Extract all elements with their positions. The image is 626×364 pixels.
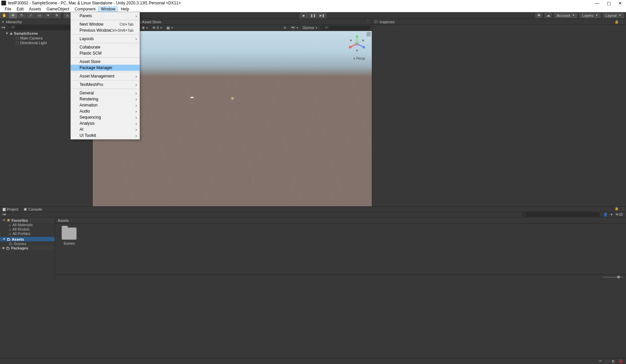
move-tool-icon[interactable]: ✥: [9, 12, 18, 19]
folder-item[interactable]: Scenes: [59, 228, 79, 245]
fx-dropdown-icon[interactable]: ❋: [140, 25, 150, 30]
menu-item-asset-store[interactable]: Asset Store: [71, 59, 140, 65]
menu-item-sequencing[interactable]: Sequencing: [71, 114, 140, 120]
menu-item-previous-window[interactable]: Previous WindowCtrl+Shift+Tab: [71, 27, 140, 33]
progress-icon[interactable]: ◐: [612, 359, 615, 363]
menu-window[interactable]: Window: [98, 6, 118, 12]
custom-tool-icon[interactable]: ✲: [53, 12, 61, 19]
svg-point-6: [349, 46, 352, 49]
debug-mode-icon[interactable]: 🐞: [619, 359, 623, 363]
close-icon[interactable]: ✕: [618, 1, 622, 6]
rect-tool-icon[interactable]: ▭: [35, 12, 44, 19]
orientation-gizmo[interactable]: [348, 34, 366, 53]
menu-item-collaborate[interactable]: Collaborate: [71, 44, 140, 50]
tools-icon[interactable]: ✕: [281, 25, 288, 30]
cloud-icon[interactable]: ☁: [544, 13, 552, 18]
favorites-item[interactable]: ⌕ All Prefabs: [0, 231, 55, 236]
menu-gameobject[interactable]: GameObject: [44, 6, 72, 12]
light-gizmo-icon[interactable]: ☀: [230, 96, 235, 101]
rotate-tool-icon[interactable]: ↻: [18, 12, 26, 19]
assets-header[interactable]: ▼ 🗀 Assets: [0, 237, 55, 241]
tab-project[interactable]: ▆Project: [0, 207, 21, 212]
play-button[interactable]: ▶: [300, 12, 308, 19]
panel-menu-icon[interactable]: ⋮: [364, 19, 372, 25]
filter-icon[interactable]: 👤: [602, 213, 609, 216]
tab-console[interactable]: ▣Console: [21, 207, 44, 212]
menu-item-ai[interactable]: AI: [71, 126, 140, 132]
menu-item-ui-toolkit[interactable]: UI Toolkit: [71, 132, 140, 139]
menu-item-package-manager[interactable]: Package Manager: [71, 65, 140, 71]
maximize-icon[interactable]: ▢: [607, 1, 611, 6]
favorites-item[interactable]: ⌕ All Materials: [0, 222, 55, 227]
folder-icon: ▆: [3, 207, 5, 211]
hand-tool-icon[interactable]: ✋: [0, 12, 9, 19]
menu-item-panels[interactable]: Panels: [71, 13, 140, 19]
unity-scene-icon: ◈: [10, 31, 12, 36]
create-dropdown[interactable]: +▾: [2, 212, 6, 217]
create-dropdown[interactable]: +▾: [1, 26, 5, 29]
folder-icon: [62, 228, 77, 240]
menu-item-asset-management[interactable]: Asset Management: [71, 73, 140, 79]
panel-menu-icon[interactable]: ⋮: [621, 20, 624, 24]
project-search-input[interactable]: [523, 212, 600, 217]
project-panel: ▆Project ▣Console 🔒 ⋮ +▾ 👤 ✦ 👁10 ▼ ★ Fav…: [0, 206, 626, 280]
inspector-panel: ⓘ Inspector 🔒 ⋮: [372, 19, 626, 206]
lock-icon[interactable]: 🔒: [613, 207, 620, 212]
menu-item-layouts[interactable]: Layouts: [71, 36, 140, 42]
scene-lock-icon[interactable]: [366, 32, 371, 36]
menu-component[interactable]: Component: [72, 6, 98, 12]
menu-item-textmeshpro[interactable]: TextMeshPro: [71, 82, 140, 88]
menu-item-rendering[interactable]: Rendering: [71, 96, 140, 102]
menu-file[interactable]: File: [2, 6, 14, 12]
account-dropdown[interactable]: Account▼: [554, 13, 577, 18]
hidden-filter-icon[interactable]: 👁10: [614, 213, 624, 216]
icon-size-slider[interactable]: [603, 277, 623, 278]
breadcrumb[interactable]: Assets ›: [55, 217, 626, 223]
hierarchy-icon: ≡: [2, 20, 4, 24]
collab-icon[interactable]: ❋: [535, 13, 542, 18]
menu-item-next-window[interactable]: Next WindowCtrl+Tab: [71, 21, 140, 27]
favorites-item[interactable]: ⌕ All Models: [0, 227, 55, 231]
scene-name: SampleScene: [14, 31, 38, 35]
menu-item-animation[interactable]: Animation: [71, 102, 140, 108]
camera-dropdown-icon[interactable]: 📷: [289, 25, 300, 30]
inspector-icon: ⓘ: [374, 20, 378, 24]
auto-refresh-icon[interactable]: ⟳: [599, 359, 602, 363]
menu-item-analysis[interactable]: Analysis: [71, 120, 140, 126]
minimize-icon[interactable]: —: [595, 1, 599, 6]
scene-search-input[interactable]: All: [320, 26, 370, 30]
transform-tool-icon[interactable]: ✦: [44, 12, 53, 19]
lock-icon[interactable]: 🔒: [615, 20, 619, 24]
hidden-toggle-icon[interactable]: 👁0: [150, 25, 164, 30]
menu-assets[interactable]: Assets: [26, 6, 44, 12]
menu-item-general[interactable]: General: [71, 90, 140, 96]
layers-dropdown[interactable]: Layers▼: [579, 13, 601, 18]
layout-dropdown[interactable]: Layout▼: [603, 13, 624, 18]
menu-item-plastic-scm[interactable]: Plastic SCM: [71, 50, 140, 56]
unity-logo-icon: [1, 1, 6, 5]
menu-help[interactable]: Help: [118, 6, 132, 12]
favorites-header[interactable]: ▼ ★ Favorites: [0, 218, 55, 222]
gameobject-label: Directional Light: [20, 41, 47, 45]
perspective-label[interactable]: ≡ Persp: [353, 57, 365, 60]
gameobject-label: Main Camera: [20, 36, 42, 40]
menu-item-audio[interactable]: Audio: [71, 108, 140, 114]
menubar: File Edit Assets GameObject Component Wi…: [0, 6, 626, 12]
camera-gizmo-icon[interactable]: ☁: [190, 94, 194, 99]
asset-grid[interactable]: Scenes: [55, 223, 626, 274]
assets-child[interactable]: 🗀 Scenes: [0, 241, 55, 246]
scale-tool-icon[interactable]: ⤢: [26, 12, 35, 19]
menu-edit[interactable]: Edit: [14, 6, 26, 12]
grid-dropdown-icon[interactable]: ▦: [165, 25, 175, 30]
foldout-icon[interactable]: ▼: [5, 32, 8, 35]
pause-button[interactable]: ❚❚: [309, 12, 318, 19]
window-title: testPJ0002 - SampleScene - PC, Mac & Lin…: [8, 1, 595, 5]
favorite-filter-icon[interactable]: ✦: [609, 213, 614, 216]
step-button[interactable]: ▶❚: [318, 12, 327, 19]
status-bar: ⟳ ⬚ ◐ 🐞: [0, 358, 626, 364]
packages-header[interactable]: ▶ 🗀 Packages: [0, 246, 55, 250]
gizmos-dropdown[interactable]: Gizmos: [301, 25, 319, 30]
cache-server-icon[interactable]: ⬚: [605, 359, 608, 363]
panel-menu-icon[interactable]: ⋮: [620, 207, 626, 212]
cube-icon: ⬚: [16, 36, 19, 40]
